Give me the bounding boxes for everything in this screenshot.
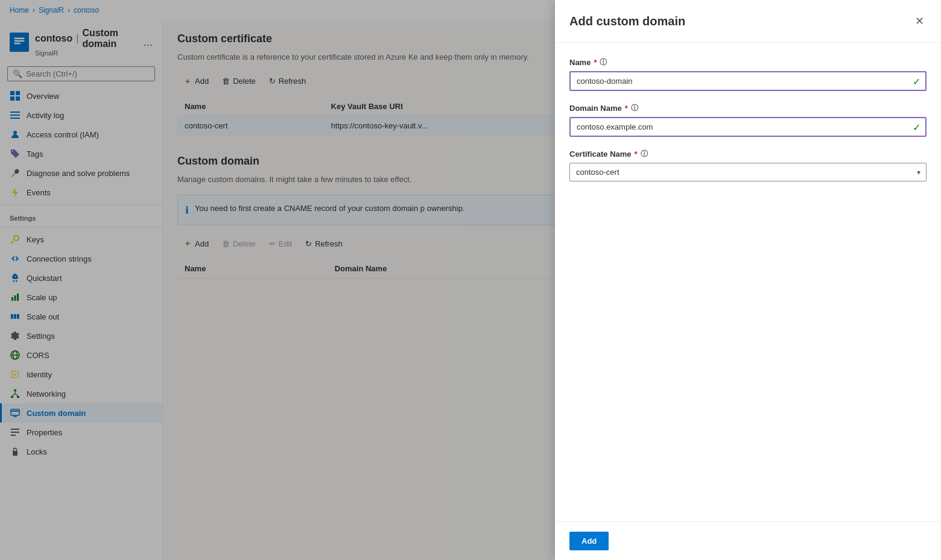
side-panel-footer: Add (555, 521, 941, 560)
panel-add-button[interactable]: Add (569, 532, 609, 550)
name-input-wrap: ✓ (569, 71, 927, 91)
domain-name-form-group: Domain Name * ⓘ ✓ (569, 103, 927, 137)
name-label: Name * ⓘ (569, 57, 927, 68)
certificate-name-form-group: Certificate Name * ⓘ contoso-cert ▾ (569, 149, 927, 181)
domain-name-input[interactable] (569, 117, 927, 137)
name-input[interactable] (569, 71, 927, 91)
certificate-name-label: Certificate Name * ⓘ (569, 149, 927, 159)
certificate-name-select[interactable]: contoso-cert (569, 163, 927, 181)
domain-name-info-icon[interactable]: ⓘ (631, 103, 638, 113)
side-panel-title: Add custom domain (569, 14, 685, 28)
name-form-group: Name * ⓘ ✓ (569, 57, 927, 91)
side-panel-header: Add custom domain ✕ (555, 0, 941, 43)
cert-name-required-star: * (635, 149, 638, 159)
domain-name-input-wrap: ✓ (569, 117, 927, 137)
cert-name-info-icon[interactable]: ⓘ (641, 149, 648, 159)
side-panel: Add custom domain ✕ Name * ⓘ ✓ Domain Na… (555, 0, 941, 560)
domain-name-check-icon: ✓ (913, 121, 920, 133)
name-info-icon[interactable]: ⓘ (600, 57, 607, 68)
side-panel-body: Name * ⓘ ✓ Domain Name * ⓘ ✓ C (555, 43, 941, 521)
domain-name-label: Domain Name * ⓘ (569, 103, 927, 113)
certificate-name-select-wrap: contoso-cert ▾ (569, 163, 927, 181)
close-button[interactable]: ✕ (913, 12, 927, 30)
domain-name-required-star: * (625, 104, 628, 113)
name-required-star: * (594, 58, 597, 67)
name-check-icon: ✓ (913, 75, 920, 87)
